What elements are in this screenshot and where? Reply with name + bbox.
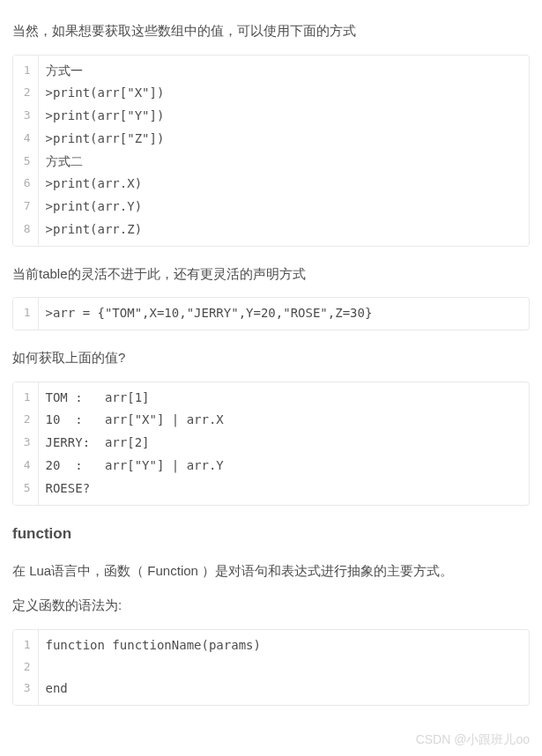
code-content: end (38, 678, 529, 705)
code-table: 1function functionName(params)23end (13, 630, 529, 706)
line-number: 5 (13, 151, 38, 174)
paragraph-table-flex: 当前table的灵活不进于此，还有更灵活的声明方式 (12, 263, 530, 285)
code-block-1: 1方式一2>print(arr["X"])3>print(arr["Y"])4>… (12, 55, 530, 247)
line-number: 1 (13, 630, 38, 657)
line-number: 1 (13, 382, 38, 410)
code-line: 8>print(arr.Z) (13, 219, 529, 246)
line-number: 2 (13, 409, 38, 432)
line-number: 5 (13, 478, 38, 505)
code-line: 3>print(arr["Y"]) (13, 105, 529, 128)
code-content: JERRY: arr[2] (38, 432, 529, 455)
line-number: 4 (13, 455, 38, 478)
line-number: 3 (13, 678, 38, 705)
code-content: 方式一 (38, 56, 529, 83)
code-content: 方式二 (38, 151, 529, 174)
code-line: 210 : arr["X"] | arr.X (13, 409, 529, 432)
line-number: 4 (13, 128, 38, 151)
paragraph-how-get: 如何获取上面的值? (12, 346, 530, 369)
code-table: 1方式一2>print(arr["X"])3>print(arr["Y"])4>… (13, 56, 529, 246)
heading-function: function (12, 522, 530, 547)
code-content: >print(arr.Z) (38, 219, 529, 246)
code-block-3: 1TOM : arr[1]210 : arr["X"] | arr.X3JERR… (12, 382, 530, 506)
line-number: 3 (13, 105, 38, 128)
line-number: 8 (13, 219, 38, 246)
code-content: function functionName(params) (38, 630, 529, 657)
code-content (38, 656, 529, 678)
code-content: >print(arr["Y"]) (38, 105, 529, 128)
code-content: 10 : arr["X"] | arr.X (38, 409, 529, 432)
watermark: CSDN @小跟班儿oo (416, 730, 530, 734)
line-number: 6 (13, 173, 38, 196)
code-line: 7>print(arr.Y) (13, 196, 529, 219)
code-line: 1TOM : arr[1] (13, 382, 529, 410)
line-number: 3 (13, 432, 38, 455)
code-line: 3end (13, 678, 529, 705)
code-line: 5ROESE? (13, 478, 529, 505)
code-line: 1>arr = {"TOM",X=10,"JERRY",Y=20,"ROSE",… (13, 298, 529, 330)
code-content: >arr = {"TOM",X=10,"JERRY",Y=20,"ROSE",Z… (38, 298, 529, 330)
code-table: 1>arr = {"TOM",X=10,"JERRY",Y=20,"ROSE",… (13, 298, 529, 330)
code-line: 2>print(arr["X"]) (13, 82, 529, 105)
code-line: 420 : arr["Y"] | arr.Y (13, 455, 529, 478)
paragraph-function-desc: 在 Lua语言中，函数（ Function ）是对语句和表达式进行抽象的主要方式… (12, 560, 530, 582)
code-content: >print(arr.X) (38, 173, 529, 196)
line-number: 2 (13, 82, 38, 105)
code-line: 6>print(arr.X) (13, 173, 529, 196)
code-content: ROESE? (38, 478, 529, 505)
line-number: 2 (13, 656, 38, 678)
code-block-2: 1>arr = {"TOM",X=10,"JERRY",Y=20,"ROSE",… (12, 297, 530, 330)
code-content: >print(arr.Y) (38, 196, 529, 219)
code-line: 3JERRY: arr[2] (13, 432, 529, 455)
code-content: >print(arr["X"]) (38, 82, 529, 105)
code-content: TOM : arr[1] (38, 382, 529, 410)
code-line: 1function functionName(params) (13, 630, 529, 657)
line-number: 7 (13, 196, 38, 219)
paragraph-intro: 当然，如果想要获取这些数组中的值，可以使用下面的方式 (12, 19, 530, 42)
line-number: 1 (13, 56, 38, 83)
code-line: 4>print(arr["Z"]) (13, 128, 529, 151)
code-line: 5方式二 (13, 151, 529, 174)
line-number: 1 (13, 298, 38, 330)
code-content: >print(arr["Z"]) (38, 128, 529, 151)
code-line: 2 (13, 656, 529, 678)
paragraph-function-syntax: 定义函数的语法为: (12, 594, 530, 617)
code-line: 1方式一 (13, 56, 529, 83)
code-table: 1TOM : arr[1]210 : arr["X"] | arr.X3JERR… (13, 382, 529, 505)
code-content: 20 : arr["Y"] | arr.Y (38, 455, 529, 478)
code-block-4: 1function functionName(params)23end (12, 629, 530, 707)
